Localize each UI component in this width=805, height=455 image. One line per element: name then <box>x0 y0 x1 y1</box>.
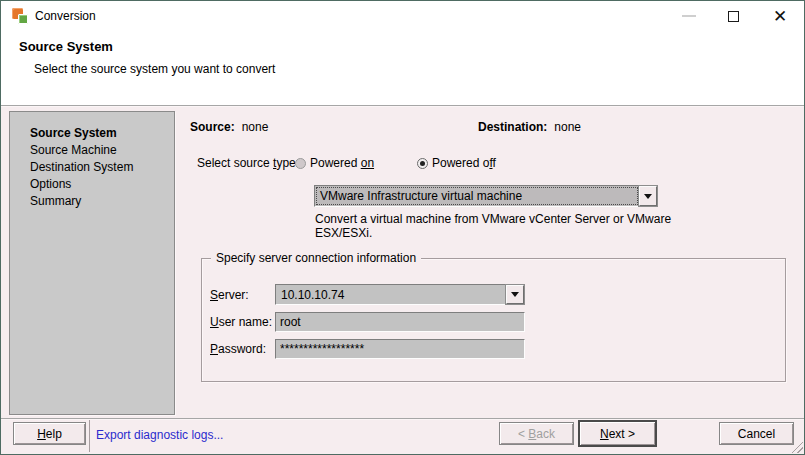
chevron-down-icon <box>644 194 652 199</box>
close-button[interactable]: ✕ <box>765 1 795 31</box>
export-diagnostic-logs-link[interactable]: Export diagnostic logs... <box>96 428 223 442</box>
password-field-frame <box>275 339 525 359</box>
title-bar[interactable]: Conversion ✕ <box>1 1 804 31</box>
minimize-icon <box>682 15 696 17</box>
footer-divider <box>89 420 90 452</box>
source-kind-dropdown-button[interactable] <box>639 186 657 206</box>
username-label: User name: <box>210 315 272 329</box>
window-title: Conversion <box>35 1 96 31</box>
destination-value: none <box>554 120 581 134</box>
next-button[interactable]: Next > <box>578 420 657 447</box>
powered-off-label[interactable]: Powered off <box>432 156 496 170</box>
wizard-step-title: Source System <box>19 39 113 54</box>
source-value: none <box>242 120 269 134</box>
footer-bar: Help Export diagnostic logs... < Back Ne… <box>1 420 804 454</box>
powered-on-label[interactable]: Powered on <box>310 156 374 170</box>
sidebar-item-options: Options <box>30 176 174 193</box>
maximize-icon <box>728 11 739 22</box>
wizard-steps-sidebar: Source System Source Machine Destination… <box>9 111 175 415</box>
sidebar-item-summary: Summary <box>30 193 174 210</box>
username-field-frame <box>275 312 525 332</box>
destination-summary: Destination:none <box>478 120 581 134</box>
icon-green-square <box>18 14 28 24</box>
server-label: Server: <box>210 288 249 302</box>
source-summary: Source:none <box>190 120 268 134</box>
cancel-button[interactable]: Cancel <box>719 422 794 445</box>
conversion-dialog: Conversion ✕ Source System Select the so… <box>0 0 805 455</box>
server-value: 10.10.10.74 <box>276 285 506 304</box>
minimize-button[interactable] <box>674 1 704 31</box>
source-label: Source: <box>190 120 235 134</box>
server-dropdown-button[interactable] <box>506 285 524 304</box>
wizard-step-subtitle: Select the source system you want to con… <box>34 62 275 76</box>
source-kind-description: Convert a virtual machine from VMware vC… <box>315 212 695 240</box>
chevron-down-icon <box>511 292 519 297</box>
wizard-body: Source System Source Machine Destination… <box>1 107 804 418</box>
powered-on-radio[interactable] <box>295 158 306 169</box>
sidebar-item-destination-system: Destination System <box>30 159 174 176</box>
source-kind-combobox[interactable]: VMware Infrastructure virtual machine <box>314 185 658 207</box>
groupbox-legend: Specify server connection information <box>211 251 421 265</box>
close-icon: ✕ <box>773 6 787 27</box>
powered-off-radio[interactable] <box>417 158 428 169</box>
help-button[interactable]: Help <box>13 422 86 445</box>
server-combobox[interactable]: 10.10.10.74 <box>275 284 525 305</box>
destination-label: Destination: <box>478 120 547 134</box>
wizard-header: Source System Select the source system y… <box>1 31 804 105</box>
sidebar-item-source-system: Source System <box>30 125 174 142</box>
password-label: Password: <box>210 342 266 356</box>
source-type-row: Select source type: Powered on Powered o… <box>197 156 597 172</box>
maximize-button[interactable] <box>718 1 748 31</box>
source-type-label: Select source type: <box>197 156 299 170</box>
password-input[interactable] <box>276 340 524 358</box>
vmware-converter-app-icon <box>12 8 29 25</box>
back-button[interactable]: < Back <box>499 422 574 445</box>
server-connection-groupbox: Specify server connection information Se… <box>201 258 786 382</box>
sidebar-item-source-machine: Source Machine <box>30 142 174 159</box>
source-kind-value: VMware Infrastructure virtual machine <box>315 186 639 206</box>
username-input[interactable] <box>276 313 524 331</box>
